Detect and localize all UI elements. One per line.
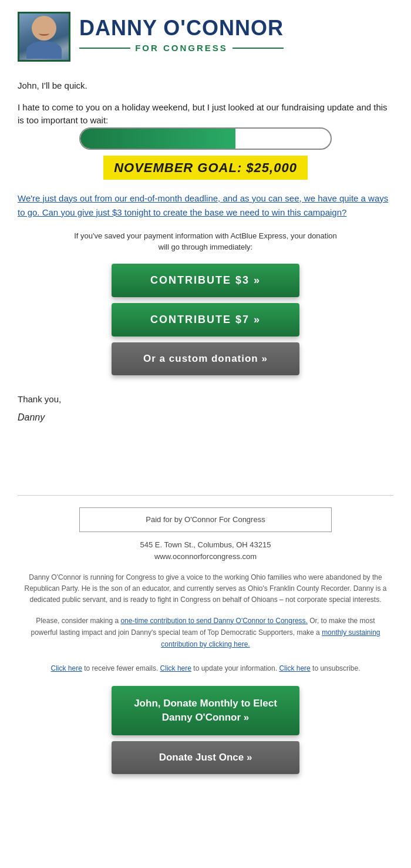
- address-line2: www.oconnorforcongress.com: [154, 552, 257, 561]
- face-head: [32, 16, 56, 41]
- footer-bio: Danny O'Connor is running for Congress t…: [23, 572, 388, 606]
- main-text: I hate to come to you on a holiday weeke…: [18, 101, 393, 127]
- one-time-link[interactable]: one-time contribution to send Danny O'Co…: [120, 617, 307, 625]
- buttons-section: CONTRIBUTE $3 » CONTRIBUTE $7 » Or a cus…: [18, 264, 393, 375]
- progress-bar-fill: [80, 129, 235, 149]
- candidate-name: DANNY O'CONNOR: [79, 16, 284, 40]
- header-subtitle: FOR CONGRESS: [135, 42, 228, 55]
- greeting: John, I'll be quick.: [18, 79, 393, 93]
- photo-placeholder: [19, 14, 69, 60]
- footer-cta-text-1: Please, consider making a: [36, 617, 120, 625]
- signature: Danny: [18, 411, 393, 425]
- header-title: DANNY O'CONNOR FOR CONGRESS: [79, 16, 284, 56]
- update-info-link[interactable]: Click here: [160, 664, 191, 672]
- face-body: [26, 41, 62, 59]
- footer: Paid for by O'Connor For Congress 545 E.…: [18, 507, 393, 798]
- contribute-7-button[interactable]: CONTRIBUTE $7 »: [112, 303, 299, 337]
- face-silhouette: [26, 15, 62, 59]
- actblue-note: If you've saved your payment information…: [18, 230, 393, 253]
- unsubscribe-link[interactable]: Click here: [279, 664, 310, 672]
- header-divider: FOR CONGRESS: [79, 42, 284, 55]
- email-container: DANNY O'CONNOR FOR CONGRESS John, I'll b…: [0, 0, 411, 798]
- contribute-3-button[interactable]: CONTRIBUTE $3 »: [112, 264, 299, 297]
- fewer-emails-link[interactable]: Click here: [51, 664, 82, 672]
- goal-label: NOVEMBER GOAL: $25,000: [103, 156, 308, 180]
- donate-once-button[interactable]: Donate Just Once »: [112, 741, 299, 774]
- progress-bar-outer: [79, 127, 332, 150]
- footer-cta-text: Please, consider making a one-time contr…: [23, 615, 388, 651]
- divider-line-left: [79, 48, 130, 49]
- footer-divider: [18, 495, 393, 496]
- progress-section: NOVEMBER GOAL: $25,000: [18, 127, 393, 180]
- paid-for-box: Paid for by O'Connor For Congress: [79, 507, 332, 532]
- divider-line-right: [233, 48, 284, 49]
- face-smile: [39, 31, 49, 36]
- thank-you: Thank you,: [18, 393, 393, 406]
- donate-monthly-button[interactable]: John, Donate Monthly to Elect Danny O'Co…: [112, 686, 299, 735]
- header: DANNY O'CONNOR FOR CONGRESS: [18, 12, 393, 62]
- address-line1: 545 E. Town St., Columbus, OH 43215: [140, 540, 271, 549]
- footer-address: 545 E. Town St., Columbus, OH 43215 www.…: [23, 539, 388, 564]
- paid-for-text: Paid for by O'Connor For Congress: [146, 515, 265, 524]
- custom-donation-button[interactable]: Or a custom donation »: [112, 342, 299, 375]
- unsubscribe-text: Click here to receive fewer emails. Clic…: [23, 662, 388, 674]
- candidate-photo: [18, 12, 70, 62]
- cta-link[interactable]: We're just days out from our end-of-mont…: [18, 191, 393, 220]
